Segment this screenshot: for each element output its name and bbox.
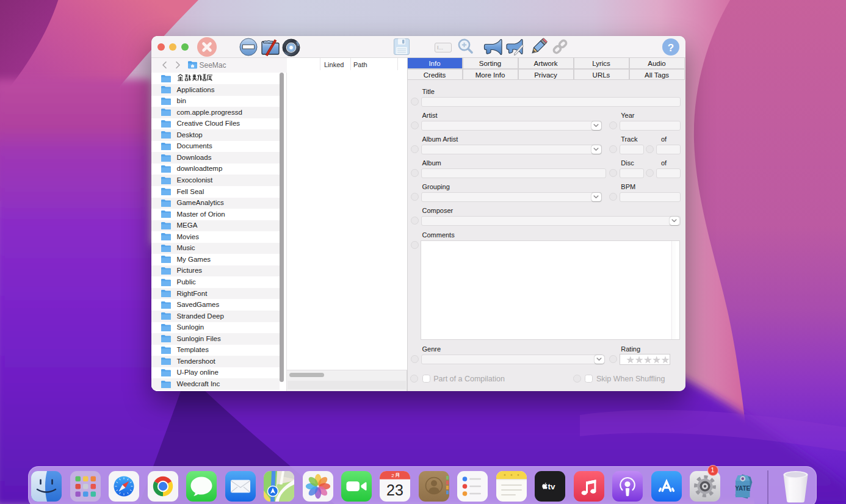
svg-text:?: ?	[667, 41, 673, 53]
svg-text:2: 2	[392, 473, 395, 478]
svg-text:23: 23	[386, 481, 403, 499]
svg-text:tv: tv	[548, 482, 555, 491]
svg-text:YATE: YATE	[736, 485, 751, 492]
